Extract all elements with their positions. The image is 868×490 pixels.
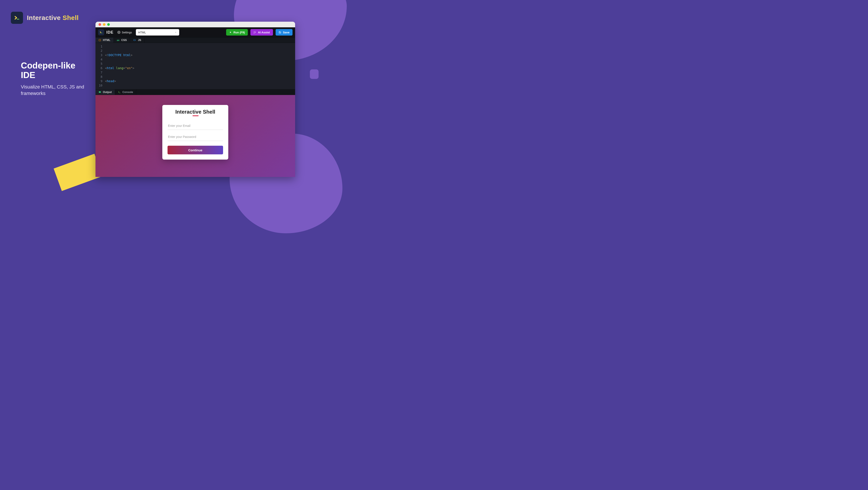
magic-wand-icon xyxy=(253,31,256,34)
tab-html[interactable]: HTML xyxy=(95,37,114,43)
js-icon xyxy=(133,39,136,41)
settings-button[interactable]: Settings xyxy=(116,30,134,35)
code-editor[interactable]: 1 2 3 4 5 6 7 8 9 10 <!DOCTYPE html> <ht… xyxy=(95,43,295,89)
continue-button[interactable]: Continue xyxy=(167,146,223,154)
login-card: Interactive Shell Continue xyxy=(162,105,228,160)
brand-terminal-icon xyxy=(11,12,23,24)
save-icon xyxy=(279,31,281,34)
tab-css[interactable]: ≔ CSS xyxy=(114,37,130,43)
output-preview: Interactive Shell Continue xyxy=(95,95,295,177)
editor-tabs: HTML ≔ CSS JS xyxy=(95,37,295,43)
window-minimize-icon[interactable] xyxy=(103,23,105,26)
output-tabs: Output Console xyxy=(95,89,295,95)
tab-css-label: CSS xyxy=(121,39,127,42)
svg-rect-3 xyxy=(99,39,101,41)
hero: Codepen-like IDE Visualize HTML, CSS, JS… xyxy=(21,61,90,96)
tab-output[interactable]: Output xyxy=(95,90,115,95)
ide-logo-icon xyxy=(98,29,104,35)
svg-rect-4 xyxy=(99,92,101,93)
save-label: Save xyxy=(283,31,289,34)
ai-assist-button[interactable]: AI Assist xyxy=(250,29,273,36)
window-zoom-icon[interactable] xyxy=(107,23,110,26)
tab-output-label: Output xyxy=(103,91,112,94)
html-icon xyxy=(98,39,101,41)
line-number-gutter: 1 2 3 4 5 6 7 8 9 10 xyxy=(95,44,105,88)
tab-js-label: JS xyxy=(138,39,141,42)
brand-title-part1: Interactive xyxy=(27,14,62,21)
hero-heading: Codepen-like IDE xyxy=(21,61,90,80)
tab-html-label: HTML xyxy=(103,39,111,42)
password-field[interactable] xyxy=(167,133,223,141)
monitor-icon xyxy=(98,91,101,93)
tab-js[interactable]: JS xyxy=(130,37,144,43)
email-field[interactable] xyxy=(167,122,223,130)
decor-bar-right xyxy=(310,69,318,79)
window-titlebar xyxy=(95,22,295,27)
ide-window: IDE Settings HTML xyxy=(95,22,295,177)
brand: Interactive Shell xyxy=(11,12,79,24)
language-select[interactable]: HTML xyxy=(136,29,179,36)
brand-title: Interactive Shell xyxy=(27,14,79,22)
decor-yellow-block xyxy=(54,154,103,191)
tab-console-label: Console xyxy=(122,91,133,94)
login-title: Interactive Shell xyxy=(167,109,223,115)
code-content: <!DOCTYPE html> <html lang="en"> <head> … xyxy=(105,44,295,88)
play-icon xyxy=(229,31,232,34)
window-close-icon[interactable] xyxy=(98,23,101,26)
css-icon: ≔ xyxy=(117,39,120,42)
run-label: Run (F9) xyxy=(234,31,245,34)
gear-icon xyxy=(117,31,120,34)
terminal-icon xyxy=(118,91,121,93)
hero-subtitle: Visualize HTML, CSS, JS and frameworks xyxy=(21,84,90,96)
save-button[interactable]: Save xyxy=(276,29,292,36)
ide-title: IDE xyxy=(106,30,114,35)
tab-console[interactable]: Console xyxy=(115,90,136,95)
language-selected: HTML xyxy=(138,31,146,34)
ide-toolbar: IDE Settings HTML xyxy=(95,27,295,37)
chevron-down-icon xyxy=(175,31,177,33)
run-button[interactable]: Run (F9) xyxy=(226,29,248,36)
brand-title-part2: Shell xyxy=(62,14,79,21)
ai-assist-label: AI Assist xyxy=(258,31,270,34)
settings-label: Settings xyxy=(122,31,132,34)
svg-point-2 xyxy=(119,32,119,33)
